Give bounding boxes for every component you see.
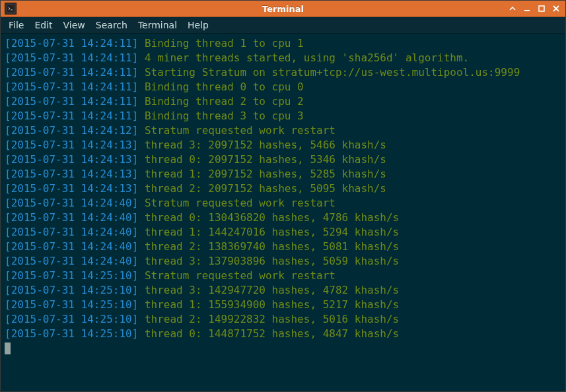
log-message: Binding thread 3 to cpu 3 (138, 110, 303, 122)
log-timestamp: [2015-07-31 14:25:10] (5, 298, 138, 311)
log-line: [2015-07-31 14:24:11] 4 miner threads st… (5, 51, 561, 65)
log-line: [2015-07-31 14:24:13] thread 2: 2097152 … (5, 181, 561, 196)
log-line: [2015-07-31 14:24:40] thread 0: 13043682… (5, 211, 561, 225)
log-message: Stratum requested work restart (138, 269, 336, 282)
log-line: [2015-07-31 14:24:11] Binding thread 0 t… (5, 80, 561, 94)
log-timestamp: [2015-07-31 14:24:11] (5, 81, 138, 93)
log-timestamp: [2015-07-31 14:24:40] (5, 240, 138, 253)
log-line: [2015-07-31 14:24:12] Stratum requested … (5, 123, 561, 138)
log-message: Binding thread 0 to cpu 0 (138, 81, 303, 93)
menu-edit[interactable]: Edit (30, 19, 56, 31)
log-line: [2015-07-31 14:25:10] thread 1: 15593490… (5, 298, 561, 312)
svg-rect-3 (539, 6, 544, 11)
svg-rect-0 (7, 5, 14, 12)
log-timestamp: [2015-07-31 14:24:11] (5, 37, 138, 49)
log-timestamp: [2015-07-31 14:24:13] (5, 139, 138, 151)
log-timestamp: [2015-07-31 14:24:13] (5, 153, 138, 166)
log-message: thread 0: 144871752 hashes, 4847 khash/s (138, 327, 399, 340)
log-line: [2015-07-31 14:24:40] Stratum requested … (5, 196, 561, 211)
terminal-output[interactable]: [2015-07-31 14:24:11] Binding thread 1 t… (1, 34, 565, 391)
menu-view[interactable]: View (59, 19, 89, 31)
text-cursor (5, 343, 11, 354)
log-timestamp: [2015-07-31 14:25:10] (5, 284, 138, 296)
log-message: Binding thread 1 to cpu 1 (138, 37, 303, 49)
menubar: File Edit View Search Terminal Help (1, 17, 565, 34)
menu-search[interactable]: Search (92, 19, 131, 31)
log-line: [2015-07-31 14:24:11] Binding thread 2 t… (5, 94, 561, 109)
log-line: [2015-07-31 14:25:10] thread 3: 14294772… (5, 283, 561, 298)
menu-file[interactable]: File (5, 19, 28, 31)
log-message: thread 3: 137903896 hashes, 5059 khash/s (138, 255, 399, 267)
log-timestamp: [2015-07-31 14:24:12] (5, 124, 138, 137)
log-timestamp: [2015-07-31 14:24:40] (5, 211, 138, 224)
menu-help[interactable]: Help (184, 19, 213, 31)
terminal-app-icon (5, 3, 17, 15)
log-timestamp: [2015-07-31 14:24:40] (5, 226, 138, 238)
log-timestamp: [2015-07-31 14:25:10] (5, 269, 138, 282)
window-title: Terminal (1, 4, 565, 14)
terminal-window: Terminal File Edit View Search Terminal … (0, 0, 566, 392)
log-message: 4 miner threads started, using 'sha256d'… (138, 51, 469, 64)
log-message: thread 2: 149922832 hashes, 5016 khash/s (138, 313, 399, 325)
log-timestamp: [2015-07-31 14:24:11] (5, 95, 138, 108)
log-timestamp: [2015-07-31 14:25:10] (5, 313, 138, 325)
menu-terminal[interactable]: Terminal (134, 19, 181, 31)
close-button[interactable] (549, 3, 563, 15)
log-timestamp: [2015-07-31 14:25:10] (5, 327, 138, 340)
log-message: thread 3: 142947720 hashes, 4782 khash/s (138, 284, 399, 296)
log-message: thread 1: 144247016 hashes, 5294 khash/s (138, 226, 399, 238)
log-line: [2015-07-31 14:24:40] thread 1: 14424701… (5, 225, 561, 240)
log-timestamp: [2015-07-31 14:24:11] (5, 66, 138, 79)
log-message: thread 1: 155934900 hashes, 5217 khash/s (138, 298, 399, 311)
log-line: [2015-07-31 14:24:11] Starting Stratum o… (5, 65, 561, 80)
log-line: [2015-07-31 14:24:13] thread 3: 2097152 … (5, 138, 561, 152)
log-line: [2015-07-31 14:25:10] Stratum requested … (5, 269, 561, 283)
log-line: [2015-07-31 14:24:40] thread 2: 13836974… (5, 240, 561, 254)
titlebar[interactable]: Terminal (1, 1, 565, 17)
log-timestamp: [2015-07-31 14:24:13] (5, 168, 138, 180)
log-message: thread 3: 2097152 hashes, 5466 khash/s (138, 139, 386, 151)
log-timestamp: [2015-07-31 14:24:11] (5, 51, 138, 64)
log-message: thread 2: 138369740 hashes, 5081 khash/s (138, 240, 399, 253)
log-message: Binding thread 2 to cpu 2 (138, 95, 303, 108)
log-timestamp: [2015-07-31 14:24:40] (5, 197, 138, 209)
prompt-line (5, 341, 561, 356)
log-message: Stratum requested work restart (138, 197, 336, 209)
minimize-button[interactable] (520, 3, 534, 15)
log-line: [2015-07-31 14:24:11] Binding thread 3 t… (5, 109, 561, 123)
log-line: [2015-07-31 14:25:10] thread 0: 14487175… (5, 327, 561, 341)
window-controls (506, 3, 565, 15)
log-line: [2015-07-31 14:24:11] Binding thread 1 t… (5, 36, 561, 51)
log-message: Starting Stratum on stratum+tcp://us-wes… (138, 66, 520, 79)
log-message: thread 0: 2097152 hashes, 5346 khash/s (138, 153, 386, 166)
rollup-button[interactable] (506, 3, 519, 15)
log-line: [2015-07-31 14:24:13] thread 0: 2097152 … (5, 152, 561, 167)
log-message: Stratum requested work restart (138, 124, 336, 137)
log-line: [2015-07-31 14:25:10] thread 2: 14992283… (5, 312, 561, 327)
maximize-button[interactable] (535, 3, 548, 15)
log-message: thread 0: 130436820 hashes, 4786 khash/s (138, 211, 399, 224)
log-line: [2015-07-31 14:24:40] thread 3: 13790389… (5, 254, 561, 269)
log-line: [2015-07-31 14:24:13] thread 1: 2097152 … (5, 167, 561, 181)
log-timestamp: [2015-07-31 14:24:40] (5, 255, 138, 267)
log-timestamp: [2015-07-31 14:24:13] (5, 182, 138, 195)
log-timestamp: [2015-07-31 14:24:11] (5, 110, 138, 122)
log-message: thread 1: 2097152 hashes, 5285 khash/s (138, 168, 386, 180)
log-message: thread 2: 2097152 hashes, 5095 khash/s (138, 182, 386, 195)
